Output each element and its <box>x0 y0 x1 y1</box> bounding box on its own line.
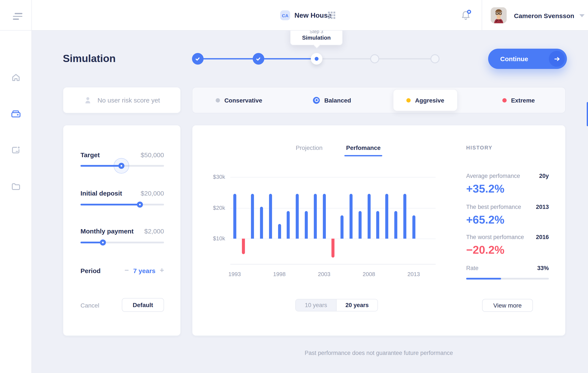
aggresive-dot-icon <box>407 98 411 102</box>
sidebar-item-home[interactable] <box>0 65 32 90</box>
chart-bar <box>323 194 326 239</box>
sidebar-item-files[interactable] <box>0 174 32 199</box>
period-decrease-button[interactable]: − <box>125 266 129 275</box>
best-performance-label: The best perfomance <box>466 204 521 210</box>
step-1-done[interactable] <box>192 53 203 64</box>
chart-bar <box>385 194 388 239</box>
chart-bar <box>349 194 353 239</box>
page-title: Simulation <box>63 53 116 64</box>
period-increase-button[interactable]: + <box>160 266 164 275</box>
risk-score-card: No user risk score yet <box>63 87 181 113</box>
risk-option-conservative[interactable]: Conservative <box>192 87 286 113</box>
chart-bar <box>368 194 370 239</box>
check-icon <box>255 56 261 62</box>
bell-icon <box>460 10 472 21</box>
rate-progress-track <box>466 278 549 279</box>
sidebar-item-reports[interactable] <box>0 138 32 162</box>
rate-progress-fill <box>466 278 501 279</box>
step-5-upcoming[interactable] <box>430 54 439 63</box>
target-slider[interactable] <box>81 163 164 169</box>
home-icon <box>10 72 21 83</box>
disclaimer-text: Past performance does not guarantee futu… <box>192 350 566 356</box>
header-divider <box>482 0 482 31</box>
performance-card: Projection Perfomance HISTORY $30k$20k$1… <box>192 125 566 336</box>
chart-bar <box>269 194 272 239</box>
chart-bar <box>377 211 379 239</box>
chart-bar <box>242 239 245 254</box>
aggresive-card[interactable]: Aggresive <box>393 89 458 111</box>
rate-value: 33% <box>537 265 549 271</box>
worst-performance-label: The worst perfomance <box>466 234 524 240</box>
step-3-current[interactable] <box>311 53 322 64</box>
step-2-done[interactable] <box>252 53 264 64</box>
cancel-button[interactable]: Cancel <box>81 302 99 309</box>
sidebar-active-indicator <box>587 102 588 126</box>
avg-performance-value: +35.2% <box>466 182 504 196</box>
folder-icon <box>10 181 21 192</box>
x-axis-label: 2013 <box>405 271 422 277</box>
y-axis-label: $30k <box>205 174 225 180</box>
risk-option-label: Balanced <box>324 97 351 104</box>
simulation-settings-panel: Target $50,000 Initial deposit $20,000 M… <box>63 125 181 336</box>
chart-bar <box>394 211 397 239</box>
chart-bar <box>251 194 254 239</box>
notification-badge <box>467 10 471 13</box>
slider-thumb[interactable] <box>137 202 143 208</box>
step-4-upcoming[interactable] <box>370 54 379 63</box>
caret-down-icon[interactable] <box>579 14 585 17</box>
view-more-button[interactable]: View more <box>482 299 533 312</box>
monthly-payment-slider[interactable] <box>81 239 164 245</box>
tab-perfomance[interactable]: Perfomance <box>346 144 380 151</box>
chart-bar <box>278 224 281 239</box>
chart-bar <box>260 207 263 239</box>
risk-option-balanced[interactable]: Balanced <box>286 87 379 113</box>
project-name: New House <box>294 12 332 19</box>
continue-button[interactable]: Continue <box>488 49 567 69</box>
avg-performance-meta: 20y <box>539 173 549 179</box>
best-performance-value: +65.2% <box>466 213 504 226</box>
chart-bar <box>233 194 236 239</box>
radio-selected-icon <box>313 97 320 104</box>
notifications-button[interactable] <box>460 10 472 23</box>
monthly-payment-value: $2,000 <box>144 227 164 235</box>
chart-bar <box>412 215 415 239</box>
risk-option-label: Aggresive <box>415 97 444 104</box>
extreme-dot-icon <box>502 98 507 102</box>
x-axis-label: 1993 <box>226 271 243 277</box>
no-risk-score-text: No user risk score yet <box>97 96 160 104</box>
initial-deposit-slider[interactable] <box>81 202 164 208</box>
x-axis-label: 2003 <box>315 271 333 277</box>
slider-thumb[interactable] <box>118 163 124 169</box>
y-axis-label: $10k <box>205 235 225 242</box>
x-axis-label: 2008 <box>360 271 378 277</box>
default-button[interactable]: Default <box>122 298 164 312</box>
y-gridline <box>230 177 436 177</box>
worst-performance-value: −20.2% <box>466 243 504 257</box>
y-axis-label: $20k <box>205 204 225 211</box>
continue-label: Continue <box>500 55 528 63</box>
check-icon <box>195 56 200 62</box>
risk-options-bar: Conservative Balanced Aggresive Extreme <box>192 87 566 113</box>
avg-performance-label: Average perfomance <box>466 173 520 179</box>
apps-grid-icon[interactable] <box>328 12 335 21</box>
active-tab-underline <box>344 155 382 156</box>
range-10-years[interactable]: 10 years <box>296 299 337 311</box>
risk-option-aggresive[interactable]: Aggresive <box>378 87 472 113</box>
rate-label: Rate <box>466 265 478 271</box>
chart-bar <box>340 215 344 239</box>
user-name[interactable]: Cameron Svensson <box>514 12 574 19</box>
avatar[interactable] <box>491 7 507 23</box>
x-axis-label: 1998 <box>271 271 288 277</box>
slider-thumb[interactable] <box>100 239 106 245</box>
sidebar-item-wallet[interactable] <box>0 102 32 126</box>
hamburger-icon[interactable] <box>13 13 22 20</box>
target-value: $50,000 <box>141 151 164 159</box>
chart-bar <box>296 194 299 239</box>
arrow-right-icon <box>549 51 565 67</box>
range-20-years[interactable]: 20 years <box>337 299 378 311</box>
risk-option-extreme[interactable]: Extreme <box>472 87 565 113</box>
tab-projection[interactable]: Projection <box>296 144 323 151</box>
monthly-payment-label: Monthly payment <box>81 227 134 235</box>
person-icon <box>84 96 92 105</box>
risk-option-label: Extreme <box>511 97 535 104</box>
